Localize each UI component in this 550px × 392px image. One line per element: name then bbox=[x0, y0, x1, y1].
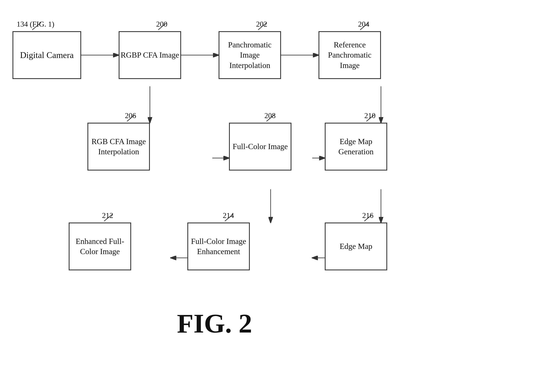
edge-map-gen-box: Edge MapGeneration bbox=[325, 123, 387, 170]
full-color-enhancement-box: Full-Color ImageEnhancement bbox=[187, 223, 250, 270]
edge-map-box: Edge Map bbox=[325, 223, 387, 270]
rgb-cfa-interp-label: RGB CFA ImageInterpolation bbox=[91, 136, 146, 157]
panchromatic-interp-box: PanchromaticImageInterpolation bbox=[219, 31, 281, 79]
digital-camera-box: Digital Camera bbox=[13, 31, 81, 79]
rgb-cfa-interp-box: RGB CFA ImageInterpolation bbox=[87, 123, 150, 170]
rgbp-cfa-box: RGBP CFA Image bbox=[119, 31, 181, 79]
rgbp-cfa-label: RGBP CFA Image bbox=[121, 50, 179, 60]
edge-map-gen-label: Edge MapGeneration bbox=[339, 136, 374, 157]
full-color-label: Full-Color Image bbox=[233, 141, 288, 152]
enhanced-full-color-box: Enhanced Full-Color Image bbox=[69, 223, 131, 270]
panchromatic-interp-label: PanchromaticImageInterpolation bbox=[228, 40, 272, 70]
reference-panchromatic-label: ReferencePanchromaticImage bbox=[328, 40, 372, 70]
fig-label: FIG. 2 bbox=[177, 308, 252, 339]
enhanced-full-color-label: Enhanced Full-Color Image bbox=[76, 236, 124, 257]
full-color-box: Full-Color Image bbox=[229, 123, 291, 170]
edge-map-label: Edge Map bbox=[340, 241, 372, 252]
diagram: Digital Camera 134 (FIG. 1) RGBP CFA Ima… bbox=[0, 0, 550, 392]
full-color-enhancement-label: Full-Color ImageEnhancement bbox=[191, 236, 246, 257]
reference-panchromatic-box: ReferencePanchromaticImage bbox=[318, 31, 381, 79]
digital-camera-label: Digital Camera bbox=[20, 49, 74, 61]
